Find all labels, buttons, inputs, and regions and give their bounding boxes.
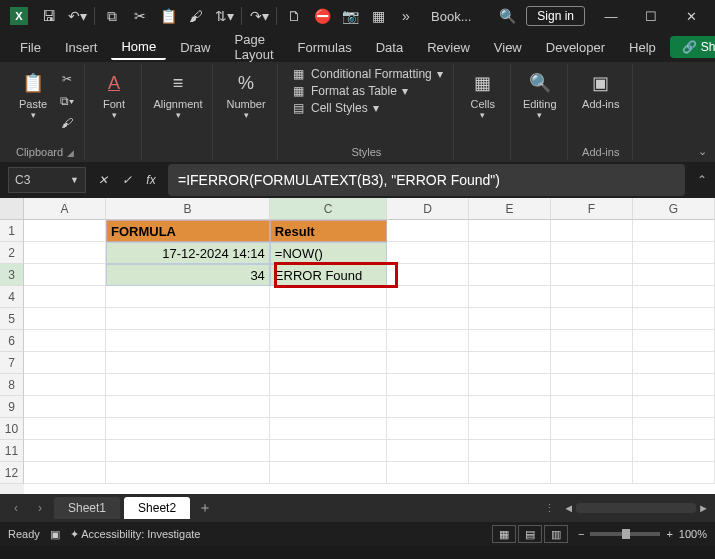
cell-D1[interactable] (387, 220, 469, 242)
cell-G4[interactable] (633, 286, 715, 308)
cell-B10[interactable] (106, 418, 270, 440)
menu-draw[interactable]: Draw (170, 36, 220, 59)
cell-G9[interactable] (633, 396, 715, 418)
cell-A12[interactable] (24, 462, 106, 484)
accept-formula-icon[interactable]: ✓ (116, 169, 138, 191)
cell-C8[interactable] (270, 374, 387, 396)
cell-F5[interactable] (551, 308, 633, 330)
cell-B1[interactable]: FORMULA (106, 220, 270, 242)
cell-E6[interactable] (469, 330, 551, 352)
col-header[interactable]: A (24, 198, 106, 220)
cell-F2[interactable] (551, 242, 633, 264)
cell-D5[interactable] (387, 308, 469, 330)
cell-B6[interactable] (106, 330, 270, 352)
col-header[interactable]: E (469, 198, 551, 220)
number-button[interactable]: % Number▾ (221, 66, 271, 136)
cell-C12[interactable] (270, 462, 387, 484)
select-all-corner[interactable] (0, 198, 24, 220)
cell-B12[interactable] (106, 462, 270, 484)
cell-F1[interactable] (551, 220, 633, 242)
maximize-button[interactable]: ☐ (631, 0, 671, 32)
zoom-slider[interactable] (590, 532, 660, 536)
menu-view[interactable]: View (484, 36, 532, 59)
sheet-tab-2[interactable]: Sheet2 (124, 497, 190, 519)
paste-button[interactable]: 📋 Paste▾ (12, 66, 54, 136)
menu-home[interactable]: Home (111, 35, 166, 60)
format-painter-icon[interactable]: 🖌 (183, 3, 209, 29)
row-header[interactable]: 3 (0, 264, 24, 286)
cell-F11[interactable] (551, 440, 633, 462)
cell-D2[interactable] (387, 242, 469, 264)
cell-D3[interactable] (387, 264, 469, 286)
page-break-view-icon[interactable]: ▥ (544, 525, 568, 543)
col-header[interactable]: C (270, 198, 387, 220)
cell-G7[interactable] (633, 352, 715, 374)
cell-C5[interactable] (270, 308, 387, 330)
copy-icon[interactable]: ⧉ (99, 3, 125, 29)
cell-C1[interactable]: Result (270, 220, 387, 242)
cell-E7[interactable] (469, 352, 551, 374)
cell-B4[interactable] (106, 286, 270, 308)
row-header[interactable]: 8 (0, 374, 24, 396)
cell-G8[interactable] (633, 374, 715, 396)
cell-F12[interactable] (551, 462, 633, 484)
cell-E3[interactable] (469, 264, 551, 286)
cell-E11[interactable] (469, 440, 551, 462)
cell-E2[interactable] (469, 242, 551, 264)
cell-G2[interactable] (633, 242, 715, 264)
cell-B9[interactable] (106, 396, 270, 418)
share-button[interactable]: 🔗Share ▾ (670, 36, 715, 58)
cell-G11[interactable] (633, 440, 715, 462)
fx-icon[interactable]: fx (140, 169, 162, 191)
cell-G12[interactable] (633, 462, 715, 484)
name-box[interactable]: C3▼ (8, 167, 86, 193)
horizontal-scrollbar[interactable] (576, 503, 696, 513)
display-settings-icon[interactable]: ▣ (50, 528, 60, 541)
cell-B2[interactable]: 17-12-2024 14:14 (106, 242, 270, 264)
cell-E1[interactable] (469, 220, 551, 242)
sort-icon[interactable]: ⇅▾ (211, 3, 237, 29)
cell-D7[interactable] (387, 352, 469, 374)
cell-B8[interactable] (106, 374, 270, 396)
zoom-in-button[interactable]: + (666, 528, 672, 540)
cell-G5[interactable] (633, 308, 715, 330)
save-icon[interactable]: 🖫 (36, 3, 62, 29)
cell-D8[interactable] (387, 374, 469, 396)
row-header[interactable]: 10 (0, 418, 24, 440)
cell-A7[interactable] (24, 352, 106, 374)
cell-B11[interactable] (106, 440, 270, 462)
more-icon[interactable]: » (393, 3, 419, 29)
minimize-button[interactable]: — (591, 0, 631, 32)
cell-F4[interactable] (551, 286, 633, 308)
zoom-level[interactable]: 100% (679, 528, 707, 540)
row-header[interactable]: 4 (0, 286, 24, 308)
cell-F8[interactable] (551, 374, 633, 396)
cell-styles-button[interactable]: ▤Cell Styles ▾ (286, 100, 447, 116)
cell-F3[interactable] (551, 264, 633, 286)
cell-C3[interactable]: ERROR Found (270, 264, 387, 286)
addins-button[interactable]: ▣ Add-ins (576, 66, 626, 136)
paste-icon[interactable]: 📋 (155, 3, 181, 29)
cell-C6[interactable] (270, 330, 387, 352)
col-header[interactable]: B (106, 198, 270, 220)
row-header[interactable]: 6 (0, 330, 24, 352)
cut-button[interactable]: ✂ (56, 69, 78, 89)
menu-data[interactable]: Data (366, 36, 413, 59)
camera-icon[interactable]: 📷 (337, 3, 363, 29)
menu-help[interactable]: Help (619, 36, 666, 59)
collapse-ribbon-icon[interactable]: ⌄ (698, 145, 707, 158)
cell-E8[interactable] (469, 374, 551, 396)
col-header[interactable]: F (551, 198, 633, 220)
spreadsheet-grid[interactable]: 1 2 3 4 5 6 7 8 9 10 11 12 A B C D E F G… (0, 198, 715, 494)
cell-A11[interactable] (24, 440, 106, 462)
normal-view-icon[interactable]: ▦ (492, 525, 516, 543)
hscroll-left-icon[interactable]: ◄ (563, 502, 574, 514)
cell-G1[interactable] (633, 220, 715, 242)
search-icon[interactable]: 🔍 (494, 3, 520, 29)
cell-E5[interactable] (469, 308, 551, 330)
cells-button[interactable]: ▦ Cells▾ (462, 66, 504, 136)
cut-icon[interactable]: ✂ (127, 3, 153, 29)
dialog-launcher-icon[interactable]: ◢ (67, 148, 74, 158)
row-header[interactable]: 12 (0, 462, 24, 484)
menu-file[interactable]: File (10, 36, 51, 59)
